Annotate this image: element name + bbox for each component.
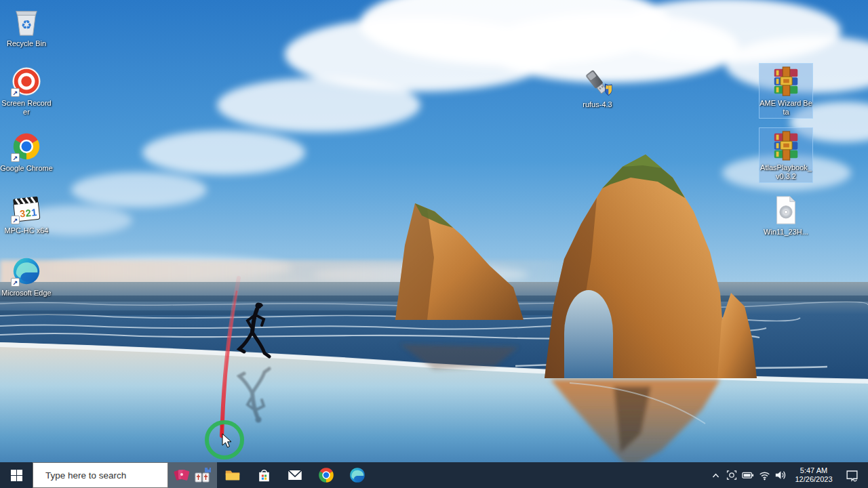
desktop-icon-mpc-hc[interactable]: 3 2 1 ↗ MPC-HC x64 <box>0 191 53 237</box>
svg-text:1: 1 <box>31 207 38 218</box>
desktop-icon-label: Google Chrome <box>0 164 53 173</box>
taskbar-app-edge[interactable] <box>342 462 373 488</box>
taskbar-app-casual-games[interactable] <box>168 462 217 488</box>
desktop-icon-microsoft-edge[interactable]: ↗ Microsoft Edge <box>0 253 53 299</box>
system-tray: 5:47 AM 12/26/2023 <box>707 462 868 488</box>
winrar-archive-icon <box>770 129 802 162</box>
screen-recorder-tray-icon[interactable] <box>724 462 740 488</box>
desktop-icon-screen-recorder[interactable]: ↗ Screen Recorder <box>0 64 53 118</box>
volume-icon[interactable] <box>772 462 789 488</box>
taskbar: 5:47 AM 12/26/2023 <box>0 462 868 488</box>
mpc-hc-icon: 3 2 1 ↗ <box>10 192 43 225</box>
desktop-icon-rufus[interactable]: rufus-4.3 <box>571 65 624 110</box>
desktop: ♻ Recycle Bin ↗ Screen Recorder ↗ <box>0 0 868 488</box>
desktop-icon-google-chrome[interactable]: ↗ Google Chrome <box>0 129 53 174</box>
desktop-icon-label: MPC-HC x64 <box>5 226 49 235</box>
edge-icon: ↗ <box>10 255 43 287</box>
windows-logo-icon <box>11 470 22 481</box>
wallpaper-image <box>0 0 868 488</box>
iso-file-icon <box>770 194 802 226</box>
rufus-usb-icon <box>581 66 614 99</box>
desktop-icon-label: Recycle Bin <box>7 39 46 48</box>
search-input[interactable] <box>45 470 165 481</box>
hidden-icons-chevron[interactable] <box>707 462 724 488</box>
desktop-icon-label: AME Wizard Beta <box>760 99 812 117</box>
shortcut-arrow-icon: ↗ <box>11 88 20 97</box>
chrome-icon <box>317 466 335 484</box>
screen-recorder-icon: ↗ <box>10 65 43 98</box>
wifi-icon[interactable] <box>756 462 772 488</box>
uac-shield-icon <box>606 84 612 96</box>
edge-icon <box>349 466 366 484</box>
desktop-icon-label: AtlasPlaybook_v0.3.2 <box>760 163 812 181</box>
svg-text:♻: ♻ <box>21 18 32 32</box>
mail-icon <box>286 466 304 484</box>
clock-date: 12/26/2023 <box>791 475 836 484</box>
chrome-icon: ↗ <box>10 130 43 163</box>
desktop-icon-label: Microsoft Edge <box>1 289 51 298</box>
desktop-icon-recycle-bin[interactable]: ♻ Recycle Bin <box>0 4 53 49</box>
taskbar-clock[interactable]: 5:47 AM 12/26/2023 <box>789 466 839 484</box>
start-button[interactable] <box>0 462 33 488</box>
action-center-button[interactable] <box>839 469 865 482</box>
winrar-archive-icon <box>770 65 802 98</box>
taskbar-app-file-explorer[interactable] <box>217 462 248 488</box>
notification-icon <box>846 469 859 482</box>
taskbar-search[interactable] <box>33 462 168 488</box>
desktop-icon-win11-iso[interactable]: Win11_23H... <box>760 192 812 238</box>
shortcut-arrow-icon: ↗ <box>11 278 20 287</box>
desktop-icon-atlas-playbook[interactable]: AtlasPlaybook_v0.3.2 <box>760 128 812 182</box>
desktop-icon-label: Win11_23H... <box>764 228 808 237</box>
taskbar-app-microsoft-store[interactable] <box>248 462 279 488</box>
shortcut-arrow-icon: ↗ <box>11 216 20 224</box>
taskbar-app-mail[interactable] <box>279 462 311 488</box>
recycle-bin-icon: ♻ <box>10 5 43 38</box>
mahjong-puzzle-icon <box>194 466 212 484</box>
desktop-icon-ame-wizard[interactable]: AME Wizard Beta <box>760 64 812 118</box>
desktop-icon-label: rufus-4.3 <box>583 100 612 109</box>
shortcut-arrow-icon: ↗ <box>11 153 20 162</box>
cards-game-icon <box>174 466 191 484</box>
battery-icon[interactable] <box>740 462 756 488</box>
desktop-icon-label: Screen Recorder <box>0 99 53 117</box>
clock-time: 5:47 AM <box>791 466 836 475</box>
folder-icon <box>224 466 241 484</box>
taskbar-app-chrome[interactable] <box>311 462 342 488</box>
microsoft-store-icon <box>256 467 273 484</box>
